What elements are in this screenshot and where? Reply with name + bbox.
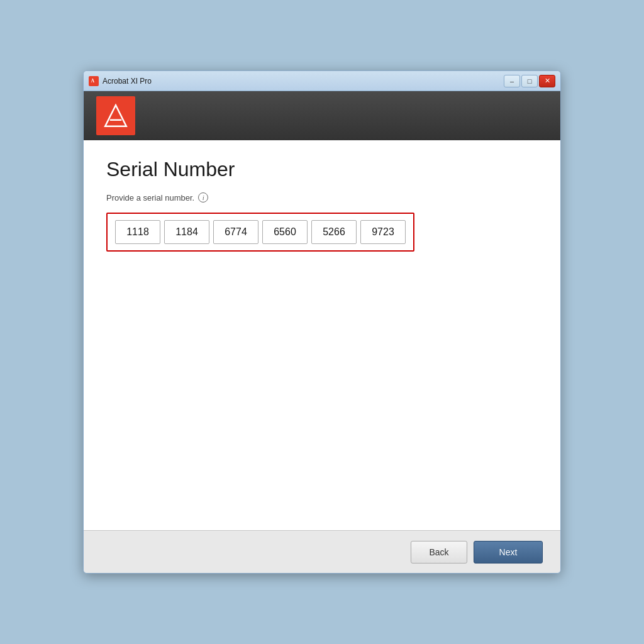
header-bar: [84, 91, 560, 140]
title-bar: A Acrobat XI Pro – □ ✕: [84, 71, 560, 91]
subtitle-row: Provide a serial number. i: [106, 192, 538, 203]
svg-marker-1: [105, 105, 126, 126]
serial-field-3[interactable]: [213, 220, 258, 244]
next-button[interactable]: Next: [474, 541, 543, 564]
serial-field-4[interactable]: [262, 220, 308, 244]
app-icon: A: [89, 76, 99, 86]
back-button[interactable]: Back: [411, 541, 467, 564]
subtitle-text: Provide a serial number.: [106, 193, 194, 203]
adobe-logo: [96, 96, 135, 135]
footer-bar: Back Next: [84, 530, 560, 573]
close-button[interactable]: ✕: [539, 75, 555, 87]
minimize-button[interactable]: –: [504, 75, 520, 87]
window-controls: – □ ✕: [504, 75, 555, 87]
app-window: A Acrobat XI Pro – □ ✕ Serial Number Pro…: [83, 70, 561, 574]
maximize-button[interactable]: □: [521, 75, 538, 87]
info-icon[interactable]: i: [198, 192, 208, 203]
page-title: Serial Number: [106, 158, 538, 181]
serial-field-2[interactable]: [164, 220, 209, 244]
serial-field-5[interactable]: [311, 220, 357, 244]
svg-text:A: A: [91, 78, 94, 84]
serial-field-1[interactable]: [115, 220, 160, 244]
window-title: Acrobat XI Pro: [103, 77, 504, 86]
serial-number-group: [106, 213, 414, 252]
serial-field-6[interactable]: [360, 220, 406, 244]
content-area: Serial Number Provide a serial number. i: [84, 140, 560, 530]
